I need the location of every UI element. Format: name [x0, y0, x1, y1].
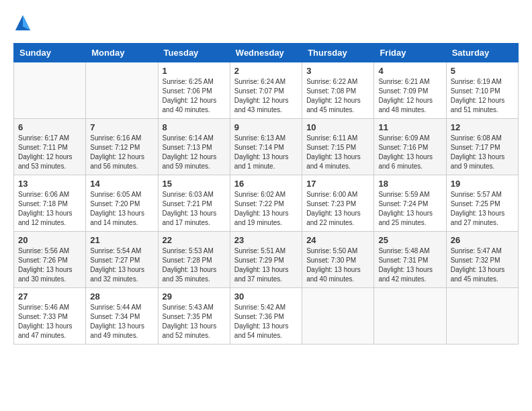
- calendar-cell: 27Sunrise: 5:46 AMSunset: 7:33 PMDayligh…: [14, 288, 86, 345]
- cell-info: Sunrise: 6:06 AMSunset: 7:18 PMDaylight:…: [18, 190, 81, 228]
- logo: [13, 13, 35, 32]
- calendar-cell: 16Sunrise: 6:02 AMSunset: 7:22 PMDayligh…: [230, 175, 302, 232]
- cell-info: Sunrise: 6:08 AMSunset: 7:17 PMDaylight:…: [451, 134, 514, 171]
- cell-info: Sunrise: 6:13 AMSunset: 7:14 PMDaylight:…: [234, 134, 298, 171]
- cell-info: Sunrise: 6:05 AMSunset: 7:20 PMDaylight:…: [90, 190, 153, 228]
- calendar-cell: 2Sunrise: 6:24 AMSunset: 7:07 PMDaylight…: [230, 62, 302, 119]
- cell-day-number: 9: [234, 122, 298, 132]
- cell-info: Sunrise: 5:48 AMSunset: 7:31 PMDaylight:…: [378, 246, 441, 284]
- calendar-cell: 18Sunrise: 5:59 AMSunset: 7:24 PMDayligh…: [374, 175, 446, 232]
- cell-info: Sunrise: 6:22 AMSunset: 7:08 PMDaylight:…: [306, 77, 369, 115]
- calendar-cell: 8Sunrise: 6:14 AMSunset: 7:13 PMDaylight…: [158, 119, 230, 175]
- calendar-cell: 20Sunrise: 5:56 AMSunset: 7:26 PMDayligh…: [14, 232, 86, 288]
- cell-day-number: 10: [306, 122, 369, 132]
- calendar-header-row: SundayMondayTuesdayWednesdayThursdayFrid…: [14, 44, 519, 62]
- calendar-header-wednesday: Wednesday: [230, 44, 302, 62]
- cell-info: Sunrise: 5:50 AMSunset: 7:30 PMDaylight:…: [306, 246, 369, 284]
- cell-day-number: 7: [90, 122, 153, 132]
- calendar-header-friday: Friday: [374, 44, 446, 62]
- cell-day-number: 14: [90, 179, 153, 189]
- cell-day-number: 2: [234, 66, 298, 76]
- cell-day-number: 23: [234, 235, 298, 245]
- cell-day-number: 19: [451, 179, 514, 189]
- cell-info: Sunrise: 6:25 AMSunset: 7:06 PMDaylight:…: [163, 77, 226, 115]
- cell-day-number: 11: [378, 122, 441, 132]
- cell-day-number: 21: [90, 235, 153, 245]
- cell-info: Sunrise: 6:00 AMSunset: 7:23 PMDaylight:…: [306, 190, 369, 228]
- calendar-cell: 5Sunrise: 6:19 AMSunset: 7:10 PMDaylight…: [446, 62, 518, 119]
- cell-info: Sunrise: 6:11 AMSunset: 7:15 PMDaylight:…: [306, 134, 369, 171]
- cell-day-number: 4: [378, 66, 441, 76]
- calendar-cell: 14Sunrise: 6:05 AMSunset: 7:20 PMDayligh…: [86, 175, 158, 232]
- cell-info: Sunrise: 5:46 AMSunset: 7:33 PMDaylight:…: [18, 303, 81, 340]
- cell-day-number: 5: [451, 66, 514, 76]
- cell-info: Sunrise: 6:19 AMSunset: 7:10 PMDaylight:…: [451, 77, 514, 115]
- calendar-cell: 26Sunrise: 5:47 AMSunset: 7:32 PMDayligh…: [446, 232, 518, 288]
- cell-day-number: 16: [234, 179, 298, 189]
- calendar-cell: 23Sunrise: 5:51 AMSunset: 7:29 PMDayligh…: [230, 232, 302, 288]
- cell-day-number: 18: [378, 179, 441, 189]
- cell-info: Sunrise: 6:03 AMSunset: 7:21 PMDaylight:…: [163, 190, 226, 228]
- calendar-cell: 4Sunrise: 6:21 AMSunset: 7:09 PMDaylight…: [374, 62, 446, 119]
- cell-day-number: 6: [18, 122, 81, 132]
- cell-day-number: 20: [18, 235, 81, 245]
- calendar-header-sunday: Sunday: [14, 44, 86, 62]
- cell-day-number: 25: [378, 235, 441, 245]
- cell-day-number: 1: [163, 66, 226, 76]
- calendar-cell: 29Sunrise: 5:43 AMSunset: 7:35 PMDayligh…: [158, 288, 230, 345]
- cell-day-number: 3: [306, 66, 369, 76]
- cell-info: Sunrise: 6:14 AMSunset: 7:13 PMDaylight:…: [163, 134, 226, 171]
- calendar-header-monday: Monday: [86, 44, 158, 62]
- cell-day-number: 26: [451, 235, 514, 245]
- cell-info: Sunrise: 5:56 AMSunset: 7:26 PMDaylight:…: [18, 246, 81, 284]
- cell-day-number: 29: [163, 291, 226, 302]
- calendar-cell: 10Sunrise: 6:11 AMSunset: 7:15 PMDayligh…: [302, 119, 374, 175]
- calendar-cell: 13Sunrise: 6:06 AMSunset: 7:18 PMDayligh…: [14, 175, 86, 232]
- cell-info: Sunrise: 6:24 AMSunset: 7:07 PMDaylight:…: [234, 77, 298, 115]
- cell-info: Sunrise: 5:43 AMSunset: 7:35 PMDaylight:…: [163, 303, 226, 340]
- cell-info: Sunrise: 5:47 AMSunset: 7:32 PMDaylight:…: [451, 246, 514, 284]
- calendar-cell: 7Sunrise: 6:16 AMSunset: 7:12 PMDaylight…: [86, 119, 158, 175]
- calendar-week-row: 6Sunrise: 6:17 AMSunset: 7:11 PMDaylight…: [14, 119, 519, 175]
- calendar-cell: 19Sunrise: 5:57 AMSunset: 7:25 PMDayligh…: [446, 175, 518, 232]
- calendar-cell: 24Sunrise: 5:50 AMSunset: 7:30 PMDayligh…: [302, 232, 374, 288]
- calendar-cell: 30Sunrise: 5:42 AMSunset: 7:36 PMDayligh…: [230, 288, 302, 345]
- calendar-week-row: 13Sunrise: 6:06 AMSunset: 7:18 PMDayligh…: [14, 175, 519, 232]
- calendar-cell: 9Sunrise: 6:13 AMSunset: 7:14 PMDaylight…: [230, 119, 302, 175]
- calendar-cell: 11Sunrise: 6:09 AMSunset: 7:16 PMDayligh…: [374, 119, 446, 175]
- cell-info: Sunrise: 5:44 AMSunset: 7:34 PMDaylight:…: [90, 303, 153, 340]
- cell-info: Sunrise: 6:21 AMSunset: 7:09 PMDaylight:…: [378, 77, 441, 115]
- cell-info: Sunrise: 5:54 AMSunset: 7:27 PMDaylight:…: [90, 246, 153, 284]
- cell-day-number: 15: [163, 179, 226, 189]
- logo-icon: [13, 13, 32, 32]
- calendar-cell: 22Sunrise: 5:53 AMSunset: 7:28 PMDayligh…: [158, 232, 230, 288]
- calendar-header-saturday: Saturday: [446, 44, 518, 62]
- cell-day-number: 8: [163, 122, 226, 132]
- calendar-cell: 3Sunrise: 6:22 AMSunset: 7:08 PMDaylight…: [302, 62, 374, 119]
- calendar-cell: [302, 288, 374, 345]
- cell-day-number: 13: [18, 179, 81, 189]
- cell-info: Sunrise: 5:42 AMSunset: 7:36 PMDaylight:…: [234, 303, 298, 340]
- calendar-cell: 12Sunrise: 6:08 AMSunset: 7:17 PMDayligh…: [446, 119, 518, 175]
- cell-day-number: 28: [90, 291, 153, 302]
- cell-info: Sunrise: 6:16 AMSunset: 7:12 PMDaylight:…: [90, 134, 153, 171]
- cell-day-number: 30: [234, 291, 298, 302]
- calendar-week-row: 20Sunrise: 5:56 AMSunset: 7:26 PMDayligh…: [14, 232, 519, 288]
- calendar-cell: 17Sunrise: 6:00 AMSunset: 7:23 PMDayligh…: [302, 175, 374, 232]
- cell-day-number: 12: [451, 122, 514, 132]
- cell-info: Sunrise: 5:59 AMSunset: 7:24 PMDaylight:…: [378, 190, 441, 228]
- calendar-week-row: 1Sunrise: 6:25 AMSunset: 7:06 PMDaylight…: [14, 62, 519, 119]
- cell-info: Sunrise: 6:17 AMSunset: 7:11 PMDaylight:…: [18, 134, 81, 171]
- cell-day-number: 22: [163, 235, 226, 245]
- cell-info: Sunrise: 5:51 AMSunset: 7:29 PMDaylight:…: [234, 246, 298, 284]
- cell-info: Sunrise: 5:53 AMSunset: 7:28 PMDaylight:…: [163, 246, 226, 284]
- calendar-header-tuesday: Tuesday: [158, 44, 230, 62]
- calendar-cell: [14, 62, 86, 119]
- cell-info: Sunrise: 5:57 AMSunset: 7:25 PMDaylight:…: [451, 190, 514, 228]
- cell-day-number: 17: [306, 179, 369, 189]
- calendar-cell: 1Sunrise: 6:25 AMSunset: 7:06 PMDaylight…: [158, 62, 230, 119]
- page-header: [13, 13, 519, 32]
- calendar-cell: 15Sunrise: 6:03 AMSunset: 7:21 PMDayligh…: [158, 175, 230, 232]
- calendar-cell: [86, 62, 158, 119]
- cell-day-number: 27: [18, 291, 81, 302]
